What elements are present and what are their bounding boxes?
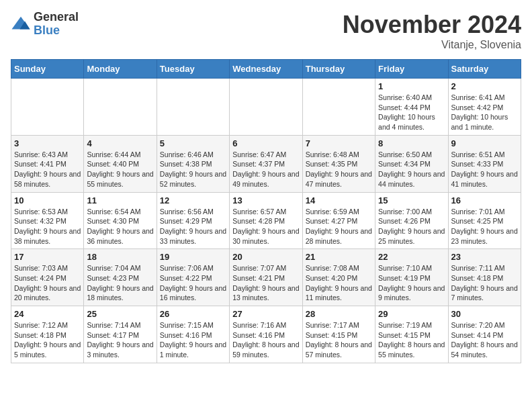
day-number: 10 — [14, 195, 81, 205]
weekday-header: Monday — [84, 60, 157, 79]
calendar-day-cell: 29Sunrise: 7:19 AM Sunset: 4:15 PM Dayli… — [375, 306, 448, 363]
day-number: 4 — [87, 138, 153, 148]
day-number: 29 — [378, 309, 445, 319]
title-section: November 2024 Vitanje, Slovenia — [343, 11, 521, 51]
logo-icon — [11, 14, 31, 34]
logo-blue: Blue — [34, 24, 79, 38]
calendar-day-cell: 18Sunrise: 7:04 AM Sunset: 4:23 PM Dayli… — [84, 249, 157, 306]
logo-text: General Blue — [34, 11, 79, 38]
page-header: General Blue November 2024 Vitanje, Slov… — [11, 11, 521, 51]
day-number: 8 — [378, 138, 445, 148]
day-info: Sunrise: 6:50 AM Sunset: 4:34 PM Dayligh… — [378, 150, 445, 189]
calendar-day-cell: 28Sunrise: 7:17 AM Sunset: 4:15 PM Dayli… — [302, 306, 375, 363]
calendar-week-row: 10Sunrise: 6:53 AM Sunset: 4:32 PM Dayli… — [11, 192, 521, 249]
day-info: Sunrise: 6:57 AM Sunset: 4:28 PM Dayligh… — [232, 207, 299, 246]
day-info: Sunrise: 7:12 AM Sunset: 4:18 PM Dayligh… — [14, 320, 81, 360]
calendar-week-row: 24Sunrise: 7:12 AM Sunset: 4:18 PM Dayli… — [11, 306, 521, 363]
weekday-header: Friday — [375, 60, 448, 79]
calendar-day-cell — [302, 79, 375, 136]
weekday-header-row: SundayMondayTuesdayWednesdayThursdayFrid… — [11, 60, 521, 79]
calendar-week-row: 1Sunrise: 6:40 AM Sunset: 4:44 PM Daylig… — [11, 79, 521, 136]
calendar-table: SundayMondayTuesdayWednesdayThursdayFrid… — [11, 59, 521, 363]
day-info: Sunrise: 6:46 AM Sunset: 4:38 PM Dayligh… — [160, 150, 226, 189]
day-info: Sunrise: 6:41 AM Sunset: 4:42 PM Dayligh… — [451, 93, 518, 132]
day-number: 30 — [451, 309, 518, 319]
calendar-day-cell — [84, 79, 157, 136]
day-info: Sunrise: 7:06 AM Sunset: 4:22 PM Dayligh… — [160, 263, 226, 303]
day-number: 16 — [451, 195, 518, 205]
day-number: 15 — [378, 195, 445, 205]
calendar-day-cell: 13Sunrise: 6:57 AM Sunset: 4:28 PM Dayli… — [230, 192, 302, 249]
day-info: Sunrise: 6:48 AM Sunset: 4:35 PM Dayligh… — [306, 150, 372, 189]
calendar-day-cell: 7Sunrise: 6:48 AM Sunset: 4:35 PM Daylig… — [302, 135, 375, 192]
day-number: 14 — [306, 195, 372, 205]
day-info: Sunrise: 7:04 AM Sunset: 4:23 PM Dayligh… — [87, 263, 153, 303]
day-info: Sunrise: 7:19 AM Sunset: 4:15 PM Dayligh… — [378, 320, 445, 360]
day-info: Sunrise: 6:54 AM Sunset: 4:30 PM Dayligh… — [87, 207, 153, 246]
calendar-day-cell: 22Sunrise: 7:10 AM Sunset: 4:19 PM Dayli… — [375, 249, 448, 306]
day-info: Sunrise: 6:40 AM Sunset: 4:44 PM Dayligh… — [378, 93, 445, 132]
weekday-header: Sunday — [11, 60, 84, 79]
day-info: Sunrise: 6:47 AM Sunset: 4:37 PM Dayligh… — [232, 150, 299, 189]
calendar-day-cell: 26Sunrise: 7:15 AM Sunset: 4:16 PM Dayli… — [157, 306, 229, 363]
calendar-day-cell: 19Sunrise: 7:06 AM Sunset: 4:22 PM Dayli… — [157, 249, 229, 306]
day-number: 19 — [160, 252, 226, 262]
calendar-week-row: 17Sunrise: 7:03 AM Sunset: 4:24 PM Dayli… — [11, 249, 521, 306]
calendar-day-cell: 3Sunrise: 6:43 AM Sunset: 4:41 PM Daylig… — [11, 135, 84, 192]
day-info: Sunrise: 7:10 AM Sunset: 4:19 PM Dayligh… — [378, 263, 445, 303]
calendar-day-cell: 16Sunrise: 7:01 AM Sunset: 4:25 PM Dayli… — [448, 192, 521, 249]
weekday-header: Wednesday — [230, 60, 302, 79]
calendar-day-cell: 8Sunrise: 6:50 AM Sunset: 4:34 PM Daylig… — [375, 135, 448, 192]
calendar-day-cell: 2Sunrise: 6:41 AM Sunset: 4:42 PM Daylig… — [448, 79, 521, 136]
logo-general: General — [34, 11, 79, 24]
day-number: 25 — [87, 309, 153, 319]
calendar-day-cell: 14Sunrise: 6:59 AM Sunset: 4:27 PM Dayli… — [302, 192, 375, 249]
day-info: Sunrise: 6:51 AM Sunset: 4:33 PM Dayligh… — [451, 150, 518, 189]
day-number: 23 — [451, 252, 518, 262]
calendar-day-cell: 6Sunrise: 6:47 AM Sunset: 4:37 PM Daylig… — [230, 135, 302, 192]
day-info: Sunrise: 7:17 AM Sunset: 4:15 PM Dayligh… — [306, 320, 372, 360]
day-number: 27 — [232, 309, 299, 319]
weekday-header: Saturday — [448, 60, 521, 79]
day-info: Sunrise: 6:53 AM Sunset: 4:32 PM Dayligh… — [14, 207, 81, 246]
day-number: 13 — [232, 195, 299, 205]
calendar-day-cell: 21Sunrise: 7:08 AM Sunset: 4:20 PM Dayli… — [302, 249, 375, 306]
day-number: 20 — [232, 252, 299, 262]
day-info: Sunrise: 6:43 AM Sunset: 4:41 PM Dayligh… — [14, 150, 81, 189]
day-number: 12 — [160, 195, 226, 205]
day-number: 9 — [451, 138, 518, 148]
calendar-day-cell: 1Sunrise: 6:40 AM Sunset: 4:44 PM Daylig… — [375, 79, 448, 136]
day-number: 3 — [14, 138, 81, 148]
day-number: 7 — [306, 138, 372, 148]
day-info: Sunrise: 7:03 AM Sunset: 4:24 PM Dayligh… — [14, 263, 81, 303]
day-info: Sunrise: 7:14 AM Sunset: 4:17 PM Dayligh… — [87, 320, 153, 360]
calendar-day-cell: 17Sunrise: 7:03 AM Sunset: 4:24 PM Dayli… — [11, 249, 84, 306]
calendar-day-cell: 23Sunrise: 7:11 AM Sunset: 4:18 PM Dayli… — [448, 249, 521, 306]
calendar-day-cell: 25Sunrise: 7:14 AM Sunset: 4:17 PM Dayli… — [84, 306, 157, 363]
calendar-day-cell: 15Sunrise: 7:00 AM Sunset: 4:26 PM Dayli… — [375, 192, 448, 249]
calendar-day-cell: 9Sunrise: 6:51 AM Sunset: 4:33 PM Daylig… — [448, 135, 521, 192]
day-number: 17 — [14, 252, 81, 262]
day-info: Sunrise: 7:15 AM Sunset: 4:16 PM Dayligh… — [160, 320, 226, 360]
calendar-day-cell — [11, 79, 84, 136]
calendar-week-row: 3Sunrise: 6:43 AM Sunset: 4:41 PM Daylig… — [11, 135, 521, 192]
logo: General Blue — [11, 11, 79, 38]
day-info: Sunrise: 7:00 AM Sunset: 4:26 PM Dayligh… — [378, 207, 445, 246]
weekday-header: Thursday — [302, 60, 375, 79]
location: Vitanje, Slovenia — [343, 39, 521, 51]
day-number: 18 — [87, 252, 153, 262]
calendar-day-cell: 20Sunrise: 7:07 AM Sunset: 4:21 PM Dayli… — [230, 249, 302, 306]
day-number: 5 — [160, 138, 226, 148]
day-number: 2 — [451, 81, 518, 91]
day-number: 1 — [378, 81, 445, 91]
day-info: Sunrise: 6:44 AM Sunset: 4:40 PM Dayligh… — [87, 150, 153, 189]
calendar-day-cell: 30Sunrise: 7:20 AM Sunset: 4:14 PM Dayli… — [448, 306, 521, 363]
calendar-day-cell: 5Sunrise: 6:46 AM Sunset: 4:38 PM Daylig… — [157, 135, 229, 192]
day-info: Sunrise: 7:01 AM Sunset: 4:25 PM Dayligh… — [451, 207, 518, 246]
day-number: 28 — [306, 309, 372, 319]
day-number: 21 — [306, 252, 372, 262]
calendar-day-cell: 24Sunrise: 7:12 AM Sunset: 4:18 PM Dayli… — [11, 306, 84, 363]
calendar-day-cell: 27Sunrise: 7:16 AM Sunset: 4:16 PM Dayli… — [230, 306, 302, 363]
day-info: Sunrise: 7:16 AM Sunset: 4:16 PM Dayligh… — [232, 320, 299, 360]
day-number: 24 — [14, 309, 81, 319]
